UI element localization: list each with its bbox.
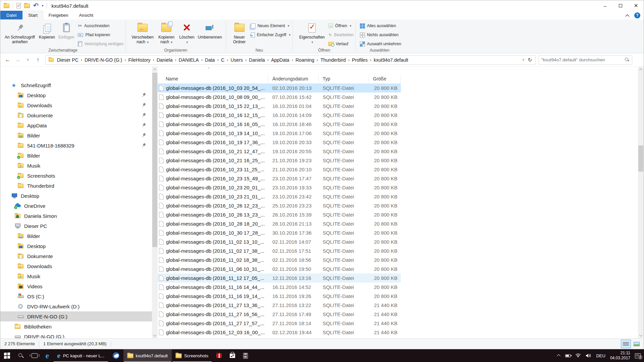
table-row[interactable]: global-messages-db (2016_11_27 17_57_...… xyxy=(158,319,401,328)
cut-button[interactable]: ✂Ausschneiden xyxy=(78,22,123,29)
minimize-button[interactable]: – xyxy=(597,0,613,11)
select-none-button[interactable]: Nichts auswählen xyxy=(360,31,401,39)
maximize-button[interactable] xyxy=(613,0,628,11)
tab-share[interactable]: Freigeben xyxy=(43,11,74,19)
open-button[interactable]: →Öffnen▾ xyxy=(328,22,354,29)
taskbar-calculator-button[interactable] xyxy=(239,349,252,362)
breadcrumb-segment[interactable]: DRIVE-N-GO (G:) xyxy=(83,56,124,64)
delete-button[interactable]: ✕ Löschen▾ xyxy=(177,21,196,45)
tab-start[interactable]: Start xyxy=(22,11,43,19)
back-button[interactable]: ← xyxy=(3,55,12,65)
table-row[interactable]: global-messages-db (2016_10_23 15_49_...… xyxy=(158,174,401,183)
copy-to-button[interactable]: Kopieren nach ▾ xyxy=(155,21,177,45)
sidebar-item-desktop[interactable]: Desktop xyxy=(0,90,152,100)
up-button[interactable]: ↑ xyxy=(33,55,43,65)
thumbnails-view-button[interactable] xyxy=(632,340,642,348)
tab-file[interactable]: Datei xyxy=(0,11,22,19)
new-item-button[interactable]: Neues Element▾ xyxy=(251,22,290,29)
table-row[interactable]: global-messages-db (2016_11_16 19_14_...… xyxy=(158,292,401,301)
sidebar-item-desktop[interactable]: Desktop xyxy=(0,241,152,251)
breadcrumb-separator-icon[interactable]: › xyxy=(80,57,83,62)
table-row[interactable]: global-messages-db (2016_11_02 17_38_...… xyxy=(158,246,401,255)
invert-selection-button[interactable]: Auswahl umkehren xyxy=(360,40,401,48)
sidebar-item-musik[interactable]: ♪Musik xyxy=(0,161,152,171)
sort-ascending-icon[interactable]: ˆ xyxy=(208,67,209,72)
recent-locations-chevron-icon[interactable]: ˅ xyxy=(23,55,33,65)
table-row[interactable]: global-messages-db (2016_10_21 16_25_...… xyxy=(158,156,401,165)
sidebar-item-bilder[interactable]: ✓Bilder xyxy=(0,150,152,161)
address-dropdown-chevron-icon[interactable]: ˅ xyxy=(523,58,525,62)
paste-button[interactable]: Einfügen xyxy=(57,21,76,40)
table-row[interactable]: global-messages-db (2016_10_23 21_01_...… xyxy=(158,192,401,201)
customize-toolbar-chevron-icon[interactable]: ▾ xyxy=(42,4,43,7)
table-row[interactable]: global-messages-db (2016_11_12 17_05_...… xyxy=(158,274,401,283)
breadcrumb-segment[interactable]: Dieser PC xyxy=(55,56,80,64)
battery-icon[interactable] xyxy=(565,354,571,357)
table-row[interactable]: global-messages-db (2016_10_21 12_47_...… xyxy=(158,147,401,156)
table-row[interactable]: global-messages-db (2016_10_26 13_23_...… xyxy=(158,210,401,219)
breadcrumb-segment[interactable]: AppData xyxy=(269,56,291,64)
table-row[interactable]: global-messages-db (2016_10_08 09_00_...… xyxy=(158,93,401,102)
sidebar-item-appdata[interactable]: AppData xyxy=(0,120,152,130)
properties-button[interactable]: Eigenschaften▾ xyxy=(298,21,326,45)
wifi-icon[interactable] xyxy=(575,353,581,358)
taskbar-gift-app-button[interactable] xyxy=(212,349,226,362)
sidebar-item-downloads[interactable]: ↓Downloads xyxy=(0,261,152,271)
collapse-ribbon-icon[interactable] xyxy=(625,14,630,18)
scroll-down-icon[interactable] xyxy=(638,333,644,338)
new-folder-button[interactable]: Neuer Ordner xyxy=(230,21,249,45)
pin-to-quick-access-button[interactable]: An Schnellzugriff anheften xyxy=(2,21,37,45)
table-row[interactable]: global-messages-db (2016_10_28 18_20_...… xyxy=(158,219,401,228)
sidebar-item-541-dm118-1688329[interactable]: 541-DM118-1688329 xyxy=(0,140,152,150)
sidebar-item-videos[interactable]: Videos xyxy=(0,281,152,291)
task-view-button[interactable] xyxy=(28,349,42,362)
copy-path-button[interactable]: W..Pfad kopieren xyxy=(78,31,123,39)
breadcrumb-separator-icon[interactable]: › xyxy=(369,57,372,62)
breadcrumb-separator-icon[interactable]: › xyxy=(217,57,219,62)
sidebar-item-dvd-rw-laufwerk-d[interactable]: DVD-RW-Laufwerk (D:) xyxy=(0,301,152,311)
taskbar-thunderbird-button[interactable] xyxy=(109,349,123,362)
tab-view[interactable]: Ansicht xyxy=(73,11,99,19)
search-icon[interactable] xyxy=(625,58,629,62)
search-box[interactable] xyxy=(538,55,632,65)
table-row[interactable]: global-messages-db (2016_10_16 12_15_...… xyxy=(158,111,401,120)
table-row[interactable]: global-messages-db (2016_11_02 18_38_...… xyxy=(158,255,401,264)
breadcrumb-separator-icon[interactable]: › xyxy=(347,57,350,62)
breadcrumb-segment[interactable]: Users xyxy=(229,56,245,64)
breadcrumb-segment[interactable]: Data xyxy=(203,56,217,64)
column-header-date[interactable]: Änderungsdatum xyxy=(268,75,319,83)
list-scrollbar[interactable] xyxy=(638,67,644,338)
breadcrumb-separator-icon[interactable]: › xyxy=(267,57,269,62)
sidebar-item-bilder[interactable]: Bilder xyxy=(0,130,152,140)
scroll-up-icon[interactable] xyxy=(152,67,158,72)
column-header-type[interactable]: Typ xyxy=(319,75,369,83)
table-row[interactable]: global-messages-db (2016_10_23 11_25_...… xyxy=(158,165,401,174)
sidebar-item-thunderbird[interactable]: Thunderbird xyxy=(0,181,152,191)
explorer-folder-icon[interactable] xyxy=(4,4,9,8)
breadcrumb-separator-icon[interactable]: › xyxy=(201,57,203,62)
sidebar-item-downloads[interactable]: ↓Downloads xyxy=(0,100,152,110)
language-indicator[interactable]: DEU xyxy=(596,353,605,358)
paste-shortcut-button[interactable]: Verknüpfung einfügen xyxy=(78,40,123,48)
table-row[interactable]: global-messages-db (2016_10_16 16_05_...… xyxy=(158,120,401,129)
table-row[interactable]: global-messages-db (2016_11_16 14_44_...… xyxy=(158,283,401,292)
table-row[interactable]: global-messages-db (2016_11_27 13_36_...… xyxy=(158,301,401,310)
breadcrumb-segment[interactable]: kxut94o7.default xyxy=(372,56,410,64)
sidebar-scrollbar[interactable] xyxy=(152,67,158,338)
breadcrumb-bar[interactable]: Dieser PC›DRIVE-N-GO (G:)›FileHistory›Da… xyxy=(45,55,536,65)
close-button[interactable]: ✕ xyxy=(628,0,644,11)
show-hidden-icons-chevron-icon[interactable] xyxy=(557,354,560,358)
clock[interactable]: 21:11 04.03.2017 xyxy=(610,351,630,361)
breadcrumb-segment[interactable]: Roaming xyxy=(294,56,316,64)
sidebar-item-bibliotheken[interactable]: Bibliotheken xyxy=(0,321,152,331)
copy-button[interactable]: Kopieren xyxy=(37,21,57,40)
help-button[interactable]: ? xyxy=(634,12,640,18)
action-center-icon[interactable]: 2 xyxy=(635,353,641,358)
sidebar-item-desktop[interactable]: Desktop xyxy=(0,191,152,201)
breadcrumb-segment[interactable]: FileHistory xyxy=(126,56,152,64)
taskbar-explorer-kxut94o7-button[interactable]: kxut94o7.default xyxy=(123,349,172,362)
table-row[interactable]: global-messages-db (2016_12_03 16_00_...… xyxy=(158,328,401,337)
breadcrumb-separator-icon[interactable]: › xyxy=(291,57,294,62)
properties-icon[interactable] xyxy=(16,3,21,8)
breadcrumb-separator-icon[interactable]: › xyxy=(124,57,126,62)
